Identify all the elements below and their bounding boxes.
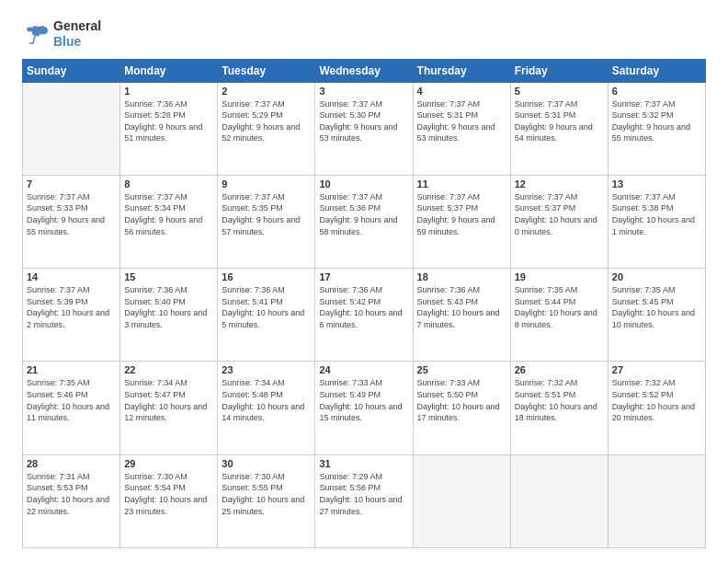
week-row-4: 21 Sunrise: 7:35 AMSunset: 5:46 PMDaylig…	[23, 362, 706, 454]
day-cell: 25 Sunrise: 7:33 AMSunset: 5:50 PMDaylig…	[413, 362, 510, 454]
day-info: Sunrise: 7:31 AMSunset: 5:53 PMDaylight:…	[27, 471, 116, 517]
day-info: Sunrise: 7:37 AMSunset: 5:34 PMDaylight:…	[124, 191, 213, 237]
day-number: 3	[319, 86, 408, 97]
day-cell: 19 Sunrise: 7:35 AMSunset: 5:44 PMDaylig…	[510, 269, 608, 362]
day-number: 9	[222, 178, 311, 190]
day-cell: 12 Sunrise: 7:37 AMSunset: 5:37 PMDaylig…	[510, 175, 608, 268]
day-cell: 2 Sunrise: 7:37 AMSunset: 5:29 PMDayligh…	[218, 82, 315, 175]
day-number: 12	[515, 178, 604, 190]
day-info: Sunrise: 7:37 AMSunset: 5:32 PMDaylight:…	[612, 98, 701, 144]
day-cell: 4 Sunrise: 7:37 AMSunset: 5:31 PMDayligh…	[413, 82, 510, 175]
day-info: Sunrise: 7:37 AMSunset: 5:38 PMDaylight:…	[612, 191, 701, 237]
day-number: 6	[612, 86, 701, 97]
day-info: Sunrise: 7:35 AMSunset: 5:45 PMDaylight:…	[612, 284, 701, 330]
day-number: 7	[27, 178, 116, 190]
page-header: General Blue	[22, 18, 706, 50]
day-info: Sunrise: 7:29 AMSunset: 5:56 PMDaylight:…	[319, 471, 408, 517]
weekday-header-wednesday: Wednesday	[315, 59, 413, 82]
day-number: 11	[417, 178, 506, 190]
day-cell: 9 Sunrise: 7:37 AMSunset: 5:35 PMDayligh…	[218, 175, 315, 268]
day-number: 19	[515, 271, 604, 282]
day-cell	[413, 454, 510, 547]
day-info: Sunrise: 7:36 AMSunset: 5:28 PMDaylight:…	[124, 98, 213, 144]
day-cell: 24 Sunrise: 7:33 AMSunset: 5:49 PMDaylig…	[315, 362, 413, 454]
day-cell: 21 Sunrise: 7:35 AMSunset: 5:46 PMDaylig…	[23, 362, 120, 454]
day-info: Sunrise: 7:33 AMSunset: 5:49 PMDaylight:…	[319, 377, 408, 423]
day-cell: 17 Sunrise: 7:36 AMSunset: 5:42 PMDaylig…	[315, 269, 413, 362]
week-row-2: 7 Sunrise: 7:37 AMSunset: 5:33 PMDayligh…	[23, 175, 706, 268]
day-info: Sunrise: 7:36 AMSunset: 5:43 PMDaylight:…	[417, 284, 506, 330]
day-cell: 29 Sunrise: 7:30 AMSunset: 5:54 PMDaylig…	[120, 454, 218, 547]
day-info: Sunrise: 7:34 AMSunset: 5:48 PMDaylight:…	[222, 377, 311, 423]
day-info: Sunrise: 7:37 AMSunset: 5:29 PMDaylight:…	[222, 98, 311, 144]
day-cell	[608, 454, 705, 547]
logo-text: General Blue	[53, 18, 101, 50]
day-info: Sunrise: 7:37 AMSunset: 5:39 PMDaylight:…	[27, 284, 116, 330]
day-info: Sunrise: 7:37 AMSunset: 5:31 PMDaylight:…	[515, 98, 604, 144]
day-number: 28	[27, 458, 116, 469]
day-cell	[23, 82, 120, 175]
day-cell: 7 Sunrise: 7:37 AMSunset: 5:33 PMDayligh…	[23, 175, 120, 268]
day-number: 8	[124, 178, 213, 190]
day-cell: 30 Sunrise: 7:30 AMSunset: 5:55 PMDaylig…	[218, 454, 315, 547]
weekday-header-row: SundayMondayTuesdayWednesdayThursdayFrid…	[23, 59, 706, 82]
day-cell: 28 Sunrise: 7:31 AMSunset: 5:53 PMDaylig…	[23, 454, 120, 547]
day-number: 10	[319, 178, 408, 190]
weekday-header-tuesday: Tuesday	[218, 59, 315, 82]
day-info: Sunrise: 7:32 AMSunset: 5:52 PMDaylight:…	[612, 377, 701, 423]
day-number: 25	[417, 364, 506, 375]
day-cell: 22 Sunrise: 7:34 AMSunset: 5:47 PMDaylig…	[120, 362, 218, 454]
day-number: 21	[27, 364, 116, 375]
day-cell: 27 Sunrise: 7:32 AMSunset: 5:52 PMDaylig…	[608, 362, 705, 454]
day-number: 1	[124, 86, 213, 97]
day-cell: 3 Sunrise: 7:37 AMSunset: 5:30 PMDayligh…	[315, 82, 413, 175]
week-row-1: 1 Sunrise: 7:36 AMSunset: 5:28 PMDayligh…	[23, 82, 706, 175]
day-info: Sunrise: 7:37 AMSunset: 5:37 PMDaylight:…	[515, 191, 604, 237]
day-number: 18	[417, 271, 506, 282]
weekday-header-sunday: Sunday	[23, 59, 120, 82]
day-number: 4	[417, 86, 506, 97]
day-number: 14	[27, 271, 116, 282]
day-info: Sunrise: 7:37 AMSunset: 5:37 PMDaylight:…	[417, 191, 506, 237]
day-cell: 8 Sunrise: 7:37 AMSunset: 5:34 PMDayligh…	[120, 175, 218, 268]
weekday-header-monday: Monday	[120, 59, 218, 82]
day-info: Sunrise: 7:35 AMSunset: 5:44 PMDaylight:…	[515, 284, 604, 330]
day-cell: 20 Sunrise: 7:35 AMSunset: 5:45 PMDaylig…	[608, 269, 705, 362]
day-number: 24	[319, 364, 408, 375]
day-info: Sunrise: 7:34 AMSunset: 5:47 PMDaylight:…	[124, 377, 213, 423]
logo: General Blue	[22, 18, 101, 50]
day-number: 29	[124, 458, 213, 469]
day-info: Sunrise: 7:37 AMSunset: 5:35 PMDaylight:…	[222, 191, 311, 237]
day-info: Sunrise: 7:30 AMSunset: 5:55 PMDaylight:…	[222, 471, 311, 517]
weekday-header-saturday: Saturday	[608, 59, 705, 82]
day-number: 27	[612, 364, 701, 375]
day-number: 16	[222, 271, 311, 282]
day-number: 20	[612, 271, 701, 282]
day-cell: 31 Sunrise: 7:29 AMSunset: 5:56 PMDaylig…	[315, 454, 413, 547]
weekday-header-thursday: Thursday	[413, 59, 510, 82]
day-cell: 23 Sunrise: 7:34 AMSunset: 5:48 PMDaylig…	[218, 362, 315, 454]
day-cell: 11 Sunrise: 7:37 AMSunset: 5:37 PMDaylig…	[413, 175, 510, 268]
day-cell: 18 Sunrise: 7:36 AMSunset: 5:43 PMDaylig…	[413, 269, 510, 362]
day-number: 30	[222, 458, 311, 469]
day-info: Sunrise: 7:37 AMSunset: 5:33 PMDaylight:…	[27, 191, 116, 237]
week-row-5: 28 Sunrise: 7:31 AMSunset: 5:53 PMDaylig…	[23, 454, 706, 547]
day-info: Sunrise: 7:37 AMSunset: 5:30 PMDaylight:…	[319, 98, 408, 144]
day-info: Sunrise: 7:36 AMSunset: 5:42 PMDaylight:…	[319, 284, 408, 330]
day-cell: 5 Sunrise: 7:37 AMSunset: 5:31 PMDayligh…	[510, 82, 608, 175]
day-info: Sunrise: 7:35 AMSunset: 5:46 PMDaylight:…	[27, 377, 116, 423]
day-info: Sunrise: 7:32 AMSunset: 5:51 PMDaylight:…	[515, 377, 604, 423]
day-number: 15	[124, 271, 213, 282]
calendar-page: General Blue SundayMondayTuesdayWednesda…	[0, 0, 728, 563]
day-number: 31	[319, 458, 408, 469]
day-cell	[510, 454, 608, 547]
logo-bird-icon	[22, 23, 50, 45]
weekday-header-friday: Friday	[510, 59, 608, 82]
day-number: 23	[222, 364, 311, 375]
day-number: 5	[515, 86, 604, 97]
day-cell: 16 Sunrise: 7:36 AMSunset: 5:41 PMDaylig…	[218, 269, 315, 362]
day-cell: 13 Sunrise: 7:37 AMSunset: 5:38 PMDaylig…	[608, 175, 705, 268]
day-info: Sunrise: 7:36 AMSunset: 5:40 PMDaylight:…	[124, 284, 213, 330]
day-number: 26	[515, 364, 604, 375]
day-number: 22	[124, 364, 213, 375]
